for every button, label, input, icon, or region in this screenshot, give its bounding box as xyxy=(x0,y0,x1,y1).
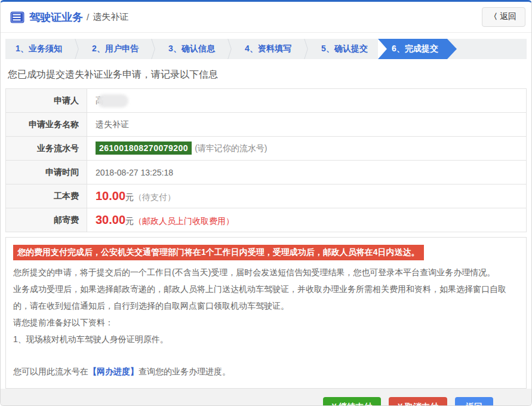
postage-fee-unit: 元 xyxy=(125,216,134,226)
postage-fee-note: （邮政人员上门收取费用） xyxy=(134,216,234,226)
step-4-fill-data: 4、资料填写 xyxy=(235,39,302,59)
table-row: 申请时间 2018-08-27 13:25:18 xyxy=(6,161,527,184)
production-fee-label: 工本费 xyxy=(6,184,87,208)
production-fee-unit: 元 xyxy=(125,192,134,202)
table-row: 申请业务名称 遗失补证 xyxy=(6,113,527,137)
production-fee-note: （待支付） xyxy=(134,192,176,202)
back-button-label: 返回 xyxy=(500,11,516,22)
notice-paragraph-2: 业务成功受理后，如果选择邮政寄递的，邮政人员将上门送达机动车驾驶证，并收取办理业… xyxy=(13,281,519,314)
step-6-complete-submit: 6、完成提交 xyxy=(378,39,457,59)
back-button-top[interactable]: 〈 返回 xyxy=(482,7,525,27)
apply-time-label: 申请时间 xyxy=(6,161,87,184)
production-fee-cell: 10.00元（待支付） xyxy=(87,184,527,208)
cancel-payment-button[interactable]: ¥ 取消支付 xyxy=(389,397,447,406)
progress-query-line: 您可以用此流水号在【网办进度】查询您的业务办理进度。 xyxy=(13,363,519,380)
step-2-user-declaration: 2、用户申告 xyxy=(82,39,149,59)
application-info-table: 申请人 高 申请业务名称 遗失补证 业务流水号 2610018082700792… xyxy=(5,88,527,232)
notice-box: 您的费用支付完成后，公安机关交通管理部门将在1个工作日内受理，受理成功后，邮政人… xyxy=(5,237,527,389)
continue-payment-button[interactable]: ¥ 继续支付 xyxy=(323,397,382,406)
progress-query-prefix: 您可以用此流水号在 xyxy=(13,367,88,376)
applicant-label: 申请人 xyxy=(6,89,87,113)
return-button[interactable]: 返回 xyxy=(455,397,493,406)
applicant-value-cell: 高 xyxy=(87,89,527,113)
table-row: 工本费 10.00元（待支付） xyxy=(6,184,527,208)
step-separator xyxy=(302,39,311,59)
online-progress-link[interactable]: 【网办进度】 xyxy=(88,367,139,376)
list-card-icon xyxy=(10,11,24,23)
serial-number-cell: 261001808270079200(请牢记你的流水号) xyxy=(87,137,527,161)
serial-number-badge: 261001808270079200 xyxy=(96,142,192,155)
notice-paragraph-4: 1、现场核对机动车驾驶人身份证明原件。 xyxy=(13,331,519,347)
page-title: 驾驶证业务 xyxy=(29,10,83,24)
step-separator xyxy=(149,39,158,59)
spacer xyxy=(13,347,519,363)
step-3-confirm-info: 3、确认信息 xyxy=(158,39,225,59)
apply-time-value: 2018-08-27 13:25:18 xyxy=(87,161,527,184)
footer-action-bar: ¥ 继续支付 ¥ 取消支付 返回 xyxy=(1,389,531,406)
serial-number-label: 业务流水号 xyxy=(6,137,87,161)
page-header: 驾驶证业务 / 遗失补证 〈 返回 xyxy=(1,2,531,33)
postage-fee-amount: 30.00 xyxy=(96,213,125,226)
table-row: 申请人 高 xyxy=(6,89,527,113)
page-container: 驾驶证业务 / 遗失补证 〈 返回 1、业务须知 2、用户申告 3、确认信息 4… xyxy=(0,0,532,406)
production-fee-amount: 10.00 xyxy=(96,189,125,202)
progress-query-suffix: 查询您的业务办理进度。 xyxy=(139,367,230,376)
table-row: 业务流水号 261001808270079200(请牢记你的流水号) xyxy=(6,137,527,161)
breadcrumb-current: 遗失补证 xyxy=(93,11,128,23)
breadcrumb-separator: / xyxy=(87,12,89,22)
serial-number-note: (请牢记你的流水号) xyxy=(195,143,267,153)
success-message: 您已成功提交遗失补证业务申请，请记录以下信息 xyxy=(8,69,524,81)
step-wizard-bar: 1、业务须知 2、用户申告 3、确认信息 4、资料填写 5、确认提交 6、完成提… xyxy=(5,39,527,59)
postage-fee-label: 邮寄费 xyxy=(6,208,87,232)
step-separator xyxy=(72,39,82,59)
step-1-business-notice: 1、业务须知 xyxy=(5,39,72,59)
business-name-label: 申请业务名称 xyxy=(6,113,87,137)
postage-fee-cell: 30.00元（邮政人员上门收取费用） xyxy=(87,208,527,232)
step-separator xyxy=(225,39,235,59)
payment-warning-banner: 您的费用支付完成后，公安机关交通管理部门将在1个工作日内受理，受理成功后，邮政人… xyxy=(13,245,424,260)
name-redaction-blur xyxy=(97,94,128,107)
notice-paragraph-3: 请您提前准备好以下资料： xyxy=(13,314,519,331)
step-5-confirm-submit: 5、确认提交 xyxy=(311,39,378,59)
notice-paragraph-1: 您所提交的申请，将于提交后的一个工作日(不含当天)受理，届时会发送短信告知受理结… xyxy=(13,264,519,281)
chevron-left-icon: 〈 xyxy=(490,11,497,22)
business-name-value: 遗失补证 xyxy=(87,113,527,137)
table-row: 邮寄费 30.00元（邮政人员上门收取费用） xyxy=(6,208,527,232)
